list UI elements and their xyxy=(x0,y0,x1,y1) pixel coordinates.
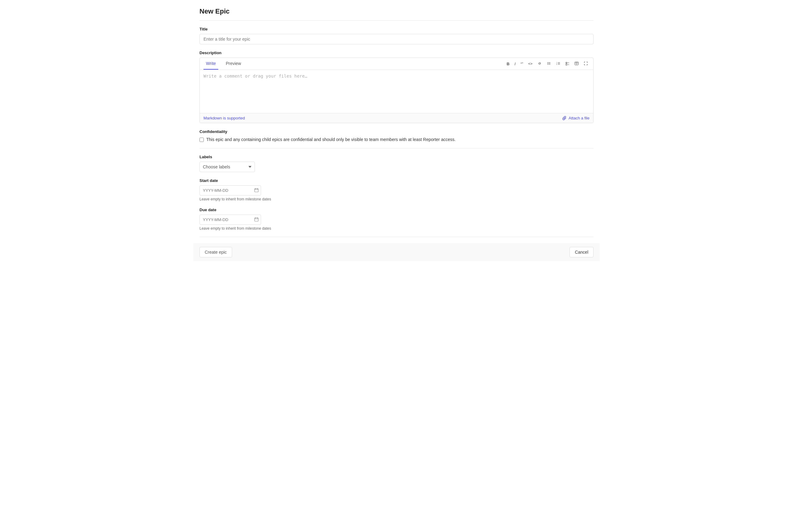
attach-file-button[interactable]: Attach a file xyxy=(562,116,589,120)
numbered-list-icon: 1. 2. 3. xyxy=(556,61,560,66)
editor-container: Write Preview B I “” <> xyxy=(199,58,594,123)
code-icon: <> xyxy=(528,61,533,66)
fullscreen-icon xyxy=(584,61,588,66)
bottom-divider xyxy=(199,237,594,237)
code-button[interactable]: <> xyxy=(527,60,534,67)
blockquote-button[interactable]: “” xyxy=(519,60,525,68)
table-button[interactable] xyxy=(573,60,580,68)
description-section: Description Write Preview B I “” xyxy=(199,51,594,123)
svg-point-0 xyxy=(547,62,548,63)
description-label: Description xyxy=(199,51,594,55)
labels-select[interactable]: Choose labels xyxy=(199,162,255,172)
due-date-label: Due date xyxy=(199,208,594,212)
start-date-section: Start date Leave empty to inherit from m… xyxy=(199,178,594,201)
start-date-wrapper xyxy=(199,185,261,195)
form-actions: Create epic Cancel xyxy=(193,243,600,261)
editor-footer: Markdown is supported Attach a file xyxy=(200,113,593,123)
task-list-icon xyxy=(565,61,569,66)
editor-body[interactable]: Write a comment or drag your files here… xyxy=(200,70,593,113)
create-epic-button[interactable]: Create epic xyxy=(199,247,232,258)
link-button[interactable] xyxy=(536,60,543,68)
blockquote-icon: “” xyxy=(521,61,523,66)
attach-file-label: Attach a file xyxy=(568,116,589,120)
markdown-link[interactable]: Markdown is supported xyxy=(204,116,245,120)
start-date-label: Start date xyxy=(199,178,594,183)
italic-button[interactable]: I xyxy=(513,60,517,68)
title-divider xyxy=(199,20,594,21)
due-date-hint: Leave empty to inherit from milestone da… xyxy=(199,226,594,231)
section-divider-1 xyxy=(199,148,594,148)
link-icon xyxy=(538,61,542,66)
title-label: Title xyxy=(199,27,594,32)
editor-toolbar: Write Preview B I “” <> xyxy=(200,58,593,70)
editor-tabs: Write Preview xyxy=(204,58,248,70)
page-title: New Epic xyxy=(199,7,594,15)
title-section: Title xyxy=(199,27,594,44)
tab-write[interactable]: Write xyxy=(204,58,218,70)
due-date-wrapper xyxy=(199,214,261,225)
bold-button[interactable]: B xyxy=(505,60,511,68)
table-icon xyxy=(575,61,579,66)
confidentiality-section: Confidentiality This epic and any contai… xyxy=(199,129,594,142)
bullet-list-button[interactable] xyxy=(545,60,553,68)
task-list-button[interactable] xyxy=(564,60,571,68)
fullscreen-button[interactable] xyxy=(582,60,589,68)
bold-icon: B xyxy=(507,61,509,66)
labels-section: Labels Choose labels xyxy=(199,155,594,172)
svg-point-1 xyxy=(547,63,548,64)
numbered-list-button[interactable]: 1. 2. 3. xyxy=(555,60,562,68)
editor-actions: B I “” <> xyxy=(505,60,589,68)
bullet-list-icon xyxy=(547,61,551,66)
confidentiality-checkbox-row: This epic and any containing child epics… xyxy=(199,137,594,142)
tab-preview[interactable]: Preview xyxy=(223,58,244,70)
confidentiality-text[interactable]: This epic and any containing child epics… xyxy=(206,137,456,142)
editor-placeholder: Write a comment or drag your files here… xyxy=(204,74,307,78)
due-date-section: Due date Leave empty to inherit from mil… xyxy=(199,208,594,231)
svg-point-2 xyxy=(547,64,548,65)
start-date-input[interactable] xyxy=(199,185,261,195)
italic-icon: I xyxy=(515,61,516,66)
svg-rect-13 xyxy=(566,64,567,65)
start-date-hint: Leave empty to inherit from milestone da… xyxy=(199,197,594,201)
title-input[interactable] xyxy=(199,34,594,44)
cancel-button[interactable]: Cancel xyxy=(569,247,594,258)
confidentiality-checkbox[interactable] xyxy=(199,138,204,142)
attach-icon xyxy=(562,116,567,120)
confidentiality-label: Confidentiality xyxy=(199,129,594,134)
labels-label: Labels xyxy=(199,155,594,159)
svg-text:3.: 3. xyxy=(556,64,557,65)
due-date-input[interactable] xyxy=(199,214,261,225)
